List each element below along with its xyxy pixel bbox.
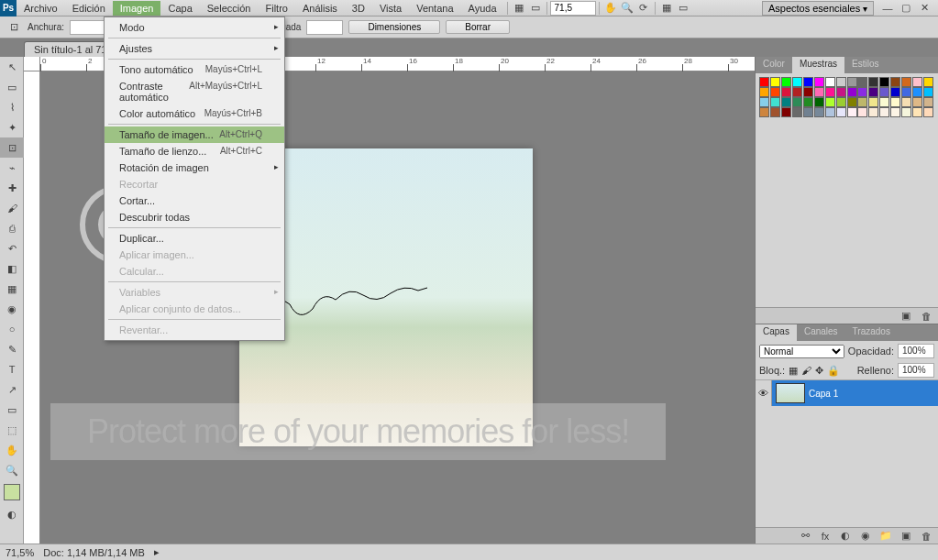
swatch[interactable] [857, 107, 867, 117]
swatch[interactable] [803, 97, 813, 107]
swatch[interactable] [759, 77, 769, 87]
swatch[interactable] [770, 97, 780, 107]
fill-value[interactable]: 100% [898, 363, 934, 378]
swatch[interactable] [923, 77, 933, 87]
swatch[interactable] [781, 77, 791, 87]
arrange-icon[interactable]: ▦ [658, 1, 675, 16]
tab-color[interactable]: Color [756, 57, 792, 73]
swatch[interactable] [792, 77, 802, 87]
swatch[interactable] [857, 77, 867, 87]
minimize-icon[interactable]: — [879, 1, 896, 16]
swatch[interactable] [912, 97, 922, 107]
delete-swatch-icon[interactable]: 🗑 [918, 309, 934, 324]
dodge-tool-icon[interactable]: ○ [0, 319, 24, 339]
swatch[interactable] [792, 107, 802, 117]
swatch[interactable] [879, 87, 889, 97]
res-input[interactable] [306, 20, 343, 35]
eraser-tool-icon[interactable]: ◧ [0, 258, 24, 279]
3d-tool-icon[interactable]: ⬚ [0, 420, 24, 440]
link-layers-icon[interactable]: ⚯ [797, 529, 813, 544]
swatch[interactable] [770, 107, 780, 117]
lock-all-icon[interactable]: 🔒 [827, 365, 840, 377]
menu-3d[interactable]: 3D [345, 1, 372, 16]
swatch[interactable] [890, 97, 900, 107]
path-tool-icon[interactable]: ↗ [0, 379, 24, 400]
menuitem-contraste-autom-tico[interactable]: Contraste automáticoAlt+Mayús+Ctrl+L [105, 78, 284, 105]
delete-layer-icon[interactable]: 🗑 [918, 529, 934, 544]
wand-tool-icon[interactable]: ✦ [0, 117, 24, 137]
lock-pixels-icon[interactable]: 🖌 [801, 365, 811, 376]
menu-ventana[interactable]: Ventana [409, 1, 460, 16]
view-extras-icon[interactable]: ▭ [527, 1, 544, 16]
swatch[interactable] [803, 77, 813, 87]
tab-capas[interactable]: Capas [756, 324, 797, 341]
blur-tool-icon[interactable]: ◉ [0, 299, 24, 319]
swatch[interactable] [890, 77, 900, 87]
swatch[interactable] [868, 97, 878, 107]
swatch[interactable] [814, 77, 824, 87]
swatch[interactable] [890, 107, 900, 117]
swatch[interactable] [836, 77, 846, 87]
lock-position-icon[interactable]: ✥ [815, 365, 823, 377]
hand-tool-icon[interactable]: ✋ [0, 440, 24, 460]
swatch[interactable] [857, 87, 867, 97]
menuitem-rotaci-n-de-imagen[interactable]: Rotación de imagen [105, 159, 284, 176]
zoom-tool-icon[interactable]: 🔍 [0, 460, 24, 480]
menuitem-descubrir-todas[interactable]: Descubrir todas [105, 209, 284, 225]
zoom-field[interactable]: 71,5 [550, 1, 596, 16]
swatch[interactable] [814, 87, 824, 97]
workspace-selector[interactable]: Aspectos esenciales ▾ [762, 1, 874, 16]
opacity-value[interactable]: 100% [898, 344, 934, 358]
new-swatch-icon[interactable]: ▣ [898, 309, 914, 324]
menuitem-ajustes[interactable]: Ajustes [105, 40, 284, 57]
swatch[interactable] [836, 107, 846, 117]
maximize-icon[interactable]: ▢ [898, 1, 914, 16]
swatch[interactable] [923, 87, 933, 97]
swatch[interactable] [792, 97, 802, 107]
adjustment-layer-icon[interactable]: ◉ [857, 529, 874, 544]
swatch[interactable] [901, 107, 911, 117]
swatch[interactable] [803, 87, 813, 97]
swatch[interactable] [847, 87, 857, 97]
lock-transparent-icon[interactable]: ▦ [789, 365, 798, 377]
tab-muestras[interactable]: Muestras [792, 57, 844, 73]
layer-mask-icon[interactable]: ◐ [837, 529, 854, 544]
tab-estilos[interactable]: Estilos [844, 57, 886, 73]
menu-vista[interactable]: Vista [372, 1, 409, 16]
swatch[interactable] [912, 87, 922, 97]
lasso-tool-icon[interactable]: ⌇ [0, 97, 24, 117]
menuitem-tama-o-de-lienzo-[interactable]: Tamaño de lienzo...Alt+Ctrl+C [105, 143, 284, 159]
menu-selección[interactable]: Selección [200, 1, 259, 16]
swatch[interactable] [912, 107, 922, 117]
dimensions-button[interactable]: Dimensiones [348, 20, 440, 34]
swatch[interactable] [868, 87, 878, 97]
shape-tool-icon[interactable]: ▭ [0, 400, 24, 420]
zoom-icon[interactable]: 🔍 [619, 1, 635, 16]
swatch[interactable] [901, 97, 911, 107]
swatch[interactable] [781, 97, 791, 107]
swatch[interactable] [825, 87, 835, 97]
crop-tool-icon[interactable]: ⊡ [6, 20, 22, 35]
swatch[interactable] [879, 77, 889, 87]
tab-trazados[interactable]: Trazados [845, 324, 898, 341]
healing-tool-icon[interactable]: ✚ [0, 178, 24, 198]
swatch[interactable] [825, 107, 835, 117]
layer-name[interactable]: Capa 1 [809, 389, 838, 399]
pen-tool-icon[interactable]: ✎ [0, 339, 24, 359]
swatch[interactable] [879, 107, 889, 117]
type-tool-icon[interactable]: T [0, 359, 24, 379]
menu-edición[interactable]: Edición [65, 1, 113, 16]
gradient-tool-icon[interactable]: ▦ [0, 279, 24, 299]
eyedropper-tool-icon[interactable]: ⌁ [0, 158, 24, 178]
menu-archivo[interactable]: Archivo [17, 1, 65, 16]
new-layer-icon[interactable]: ▣ [898, 529, 914, 544]
foreground-swatch[interactable] [4, 484, 20, 500]
hand-icon[interactable]: ✋ [602, 1, 619, 16]
layer-thumbnail[interactable] [776, 383, 805, 403]
tab-canales[interactable]: Canales [797, 324, 845, 341]
menu-análisis[interactable]: Análisis [295, 1, 345, 16]
menuitem-color-autom-tico[interactable]: Color automáticoMayús+Ctrl+B [105, 105, 284, 122]
swatch[interactable] [781, 107, 791, 117]
menuitem-tama-o-de-imagen-[interactable]: Tamaño de imagen...Alt+Ctrl+Q [105, 126, 284, 143]
swatch[interactable] [847, 77, 857, 87]
